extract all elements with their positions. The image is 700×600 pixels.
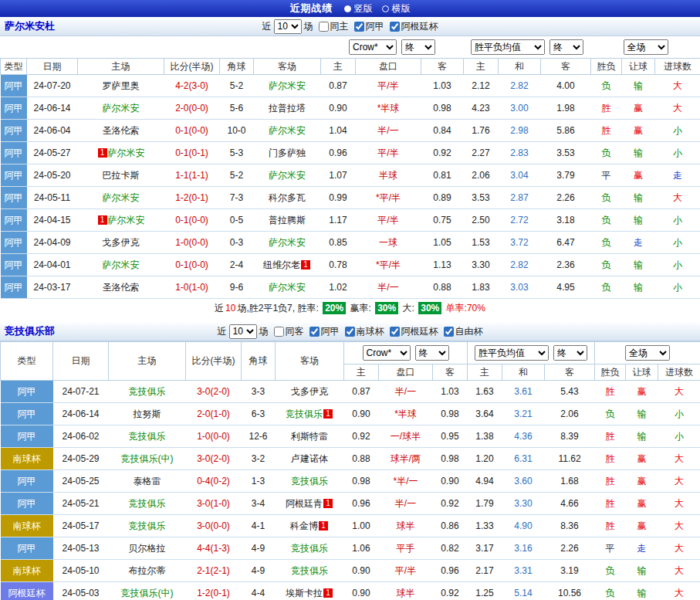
- result-handicap: 赢: [626, 493, 658, 515]
- filter-checkbox[interactable]: [345, 327, 355, 337]
- recent-count-select[interactable]: 10: [274, 19, 302, 34]
- euro-draw-odds: 3.72: [499, 232, 541, 254]
- away-team-name: 纽维尔老: [263, 259, 300, 270]
- avg-time-select[interactable]: 终: [553, 345, 587, 361]
- scope-select[interactable]: 全场: [624, 39, 668, 55]
- result-handicap: 走: [622, 232, 655, 254]
- average-select[interactable]: 胜平负均值: [475, 345, 549, 361]
- match-row: 阿甲24-04-09戈多伊克1-0(0-0)0-3萨尔米安0.85一球1.051…: [1, 232, 700, 254]
- home-team-name: 萨尔米安: [103, 103, 140, 114]
- column-header: 日期: [27, 59, 78, 75]
- team-header: 萨尔米安杜 近10场同主阿甲阿根廷杯: [0, 17, 700, 36]
- euro-draw-odds: 2.87: [499, 187, 541, 209]
- result-outcome: 负: [591, 75, 622, 97]
- away-team: 卢建诺体: [276, 448, 344, 470]
- match-date: 24-07-21: [53, 381, 109, 403]
- filter-checkbox[interactable]: [390, 22, 400, 32]
- league-badge: 阿甲: [1, 537, 53, 560]
- filter-option-南球杯[interactable]: 南球杯: [345, 325, 384, 338]
- filter-option-阿根廷杯[interactable]: 阿根廷杯: [390, 325, 438, 338]
- away-team: 利斯特雷: [276, 425, 344, 448]
- away-team-name: 普拉腾斯: [269, 215, 306, 225]
- league-badge: 南球杯: [1, 448, 53, 470]
- filter-checkbox[interactable]: [274, 327, 284, 337]
- home-team: 泰格雷: [109, 470, 186, 493]
- league-badge: 阿甲: [1, 187, 27, 209]
- league-badge: 阿甲: [1, 97, 27, 120]
- view-option-horizontal[interactable]: 横版: [382, 2, 411, 15]
- result-goals: 大: [658, 493, 700, 515]
- column-header: 进球数: [655, 59, 700, 75]
- euro-home-odds: 4.94: [468, 470, 502, 493]
- filter-option-同客[interactable]: 同客: [274, 325, 304, 338]
- bookmaker-select[interactable]: Crow*: [363, 345, 411, 361]
- asia-handicap: 球半: [379, 582, 433, 600]
- view-option-vertical[interactable]: 竖版: [344, 2, 373, 15]
- filter-option-阿根廷杯[interactable]: 阿根廷杯: [390, 20, 438, 33]
- match-row: 阿甲24-05-13贝尔格拉4-4(1-3)4-9竞技俱乐1.06平手0.823…: [1, 537, 700, 560]
- result-outcome: 胜: [591, 120, 622, 142]
- match-score: 2-0(0-0): [164, 97, 220, 120]
- filter-suffix-label: 场: [259, 325, 269, 338]
- asia-home-odds: 0.98: [344, 470, 379, 493]
- red-card-badge: 1: [323, 588, 333, 598]
- filter-checkbox[interactable]: [390, 327, 400, 337]
- match-score: 2-0(1-0): [186, 403, 242, 425]
- filter-checkbox[interactable]: [354, 22, 364, 32]
- filter-option-阿甲[interactable]: 阿甲: [309, 325, 340, 338]
- result-goals: 小: [658, 425, 700, 448]
- filter-option-同主[interactable]: 同主: [319, 20, 349, 33]
- summary-segment: 20%: [323, 302, 346, 314]
- home-team-name: 戈多伊克: [103, 237, 140, 248]
- corner-score: 5-2: [220, 75, 254, 97]
- summary-segment: 单率:70%: [443, 303, 485, 314]
- home-team: 萨尔米安: [78, 97, 164, 120]
- filter-option-阿甲[interactable]: 阿甲: [354, 20, 384, 33]
- avg-time-select[interactable]: 终: [550, 39, 583, 55]
- odds-time-select[interactable]: 终: [401, 39, 435, 55]
- away-team: 拉普拉塔: [254, 97, 321, 120]
- odds-time-select[interactable]: 终: [415, 345, 449, 361]
- match-score: 2-1(2-1): [186, 560, 242, 582]
- home-team: 1萨尔米安: [78, 209, 164, 232]
- asia-away-odds: 0.98: [433, 448, 468, 470]
- corner-score: 1-3: [242, 470, 276, 493]
- home-team: 罗萨里奥: [78, 75, 164, 97]
- recent-count-select[interactable]: 10: [229, 324, 257, 339]
- euro-draw-odds: 2.82: [499, 75, 541, 97]
- home-team: 1萨尔米安: [78, 142, 164, 164]
- result-handicap: 输: [622, 276, 655, 299]
- team-name: 竞技俱乐部: [0, 324, 55, 338]
- asia-away-odds: 0.81: [421, 164, 464, 187]
- bookmaker-select[interactable]: Crow*: [349, 39, 397, 55]
- euro-draw-odds: 3.04: [499, 164, 541, 187]
- corner-score: 0-3: [220, 232, 254, 254]
- filter-checkbox[interactable]: [319, 22, 329, 32]
- column-header: 客: [421, 59, 464, 75]
- asia-away-odds: 0.88: [421, 276, 464, 299]
- filter-checkbox[interactable]: [444, 327, 454, 337]
- asia-handicap: 半/一: [356, 120, 421, 142]
- average-select[interactable]: 胜平负均值: [471, 39, 545, 55]
- red-card-badge: 1: [323, 499, 333, 508]
- match-row: 阿甲24-05-25泰格雷0-4(0-2)1-3竞技俱乐0.98*半/一0.90…: [1, 470, 700, 493]
- match-score: 0-1(0-1): [164, 142, 220, 164]
- scope-select[interactable]: 全场: [625, 345, 670, 361]
- filter-checkbox[interactable]: [309, 327, 320, 337]
- match-date: 24-04-09: [27, 232, 78, 254]
- column-header: 类型: [1, 59, 27, 75]
- team-name: 萨尔米安杜: [0, 19, 55, 33]
- filter-checkbox-label: 阿根廷杯: [401, 325, 438, 338]
- match-score: 3-0(2-0): [186, 448, 242, 470]
- match-date: 24-05-29: [53, 448, 109, 470]
- league-badge: 阿甲: [1, 120, 27, 142]
- match-date: 24-04-15: [27, 209, 78, 232]
- asia-away-odds: 0.96: [433, 560, 468, 582]
- filter-option-自由杯[interactable]: 自由杯: [444, 325, 483, 338]
- column-header: 客: [433, 364, 468, 381]
- match-date: 24-06-14: [27, 97, 78, 120]
- euro-draw-odds: 4.90: [502, 515, 545, 537]
- column-header: 客场: [254, 59, 321, 75]
- home-team: 竞技俱乐: [109, 493, 186, 515]
- league-badge: 阿甲: [1, 232, 27, 254]
